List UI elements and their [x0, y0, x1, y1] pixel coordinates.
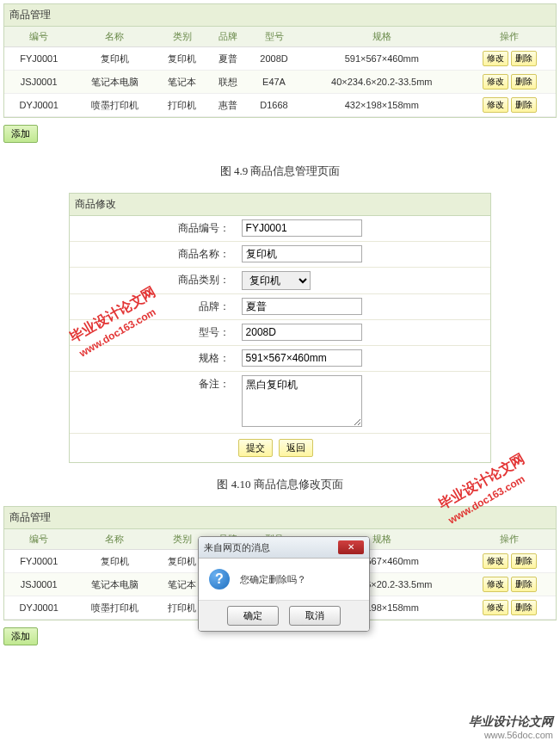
table-row: FYJ0001 复印机 复印机 夏普 2008D 591×567×460mm 修… [4, 47, 556, 71]
input-id[interactable] [242, 219, 362, 237]
cell-name: 喷墨打印机 [73, 596, 155, 620]
label-name: 商品名称： [70, 242, 238, 267]
edit-button[interactable]: 修改 [483, 97, 508, 113]
col-model: 型号 [248, 27, 300, 47]
delete-button[interactable]: 删除 [511, 51, 537, 66]
col-op: 操作 [464, 529, 556, 550]
edit-button[interactable]: 修改 [483, 51, 508, 66]
dialog-title-text: 来自网页的消息 [204, 541, 270, 554]
input-spec[interactable] [242, 349, 362, 367]
cancel-button[interactable]: 取消 [289, 606, 341, 626]
cell-spec: 432×198×158mm [300, 94, 464, 117]
submit-button[interactable]: 提交 [238, 439, 273, 457]
cell-id: FYJ0001 [4, 550, 73, 573]
delete-button[interactable]: 删除 [511, 577, 537, 592]
col-spec: 规格 [300, 27, 464, 47]
label-cat: 商品类别： [70, 268, 238, 293]
edit-button[interactable]: 修改 [483, 553, 508, 569]
delete-button[interactable]: 删除 [511, 553, 537, 569]
table-row: JSJ0001 笔记本电脑 笔记本 联想 E47A 40×234.6×20.2-… [4, 71, 556, 94]
cell-name: 笔记本电脑 [73, 71, 155, 94]
edit-button[interactable]: 修改 [483, 600, 508, 615]
cell-name: 复印机 [73, 550, 155, 573]
edit-button[interactable]: 修改 [483, 74, 508, 90]
input-brand[interactable] [242, 298, 362, 315]
panel-title-2: 商品管理 [4, 507, 556, 529]
delete-button[interactable]: 删除 [511, 74, 537, 90]
cell-brand: 联想 [209, 71, 248, 94]
dialog-message: 您确定删除吗？ [240, 573, 306, 586]
caption-1: 图 4.9 商品信息管理页面 [0, 153, 560, 189]
panel-title: 商品管理 [4, 4, 556, 27]
col-name: 名称 [73, 529, 155, 550]
label-model: 型号： [70, 320, 238, 345]
label-remark: 备注： [70, 372, 238, 433]
footer-watermark: 毕业设计论文网 www.56doc.com [469, 714, 553, 740]
cell-name: 复印机 [73, 47, 155, 71]
col-id: 编号 [4, 27, 73, 47]
cell-id: FYJ0001 [4, 47, 73, 71]
delete-button[interactable]: 删除 [511, 97, 537, 113]
input-name[interactable] [242, 245, 362, 262]
product-edit-form: 商品修改 商品编号： 商品名称： 商品类别： 复印机 品牌： 型号： 规格： 备… [69, 193, 491, 463]
col-name: 名称 [73, 27, 155, 47]
add-button[interactable]: 添加 [3, 125, 38, 143]
label-id: 商品编号： [70, 216, 238, 241]
cell-spec: 40×234.6×20.2-33.5mm [300, 71, 464, 94]
table-row: DYJ0001 喷墨打印机 打印机 惠普 D1668 432×198×158mm… [4, 94, 556, 117]
cell-id: DYJ0001 [4, 596, 73, 620]
add-button-2[interactable]: 添加 [3, 627, 38, 645]
select-cat[interactable]: 复印机 [242, 271, 311, 290]
close-icon[interactable]: ✕ [338, 540, 364, 554]
cell-id: DYJ0001 [4, 94, 73, 117]
cell-model: E47A [248, 71, 300, 94]
cell-name: 笔记本电脑 [73, 573, 155, 596]
cell-cat: 笔记本 [156, 71, 209, 94]
cell-brand: 惠普 [209, 94, 248, 117]
cell-name: 喷墨打印机 [73, 94, 155, 117]
cell-brand: 夏普 [209, 47, 248, 71]
product-manage-panel-1: 商品管理 编号 名称 类别 品牌 型号 规格 操作 FYJ0001 复印机 复印… [3, 3, 557, 118]
col-brand: 品牌 [209, 27, 248, 47]
label-spec: 规格： [70, 346, 238, 371]
product-table-1: 编号 名称 类别 品牌 型号 规格 操作 FYJ0001 复印机 复印机 夏普 … [4, 27, 556, 117]
cell-model: 2008D [248, 47, 300, 71]
ok-button[interactable]: 确定 [227, 606, 279, 626]
col-op: 操作 [464, 27, 556, 47]
cell-spec: 591×567×460mm [300, 47, 464, 71]
cell-cat: 打印机 [156, 94, 209, 117]
col-id: 编号 [4, 529, 73, 550]
textarea-remark[interactable] [242, 375, 362, 427]
label-brand: 品牌： [70, 294, 238, 319]
delete-button[interactable]: 删除 [511, 600, 537, 615]
confirm-dialog: 来自网页的消息 ✕ ? 您确定删除吗？ 确定 取消 [198, 536, 370, 632]
cell-id: JSJ0001 [4, 573, 73, 596]
col-cat: 类别 [156, 27, 209, 47]
back-button[interactable]: 返回 [279, 439, 313, 457]
edit-button[interactable]: 修改 [483, 577, 508, 592]
cell-id: JSJ0001 [4, 71, 73, 94]
form-title: 商品修改 [70, 194, 490, 216]
caption-2: 图 4.10 商品信息修改页面 [0, 466, 560, 503]
cell-model: D1668 [248, 94, 300, 117]
cell-cat: 复印机 [156, 47, 209, 71]
input-model[interactable] [242, 324, 362, 341]
question-icon: ? [209, 569, 230, 590]
